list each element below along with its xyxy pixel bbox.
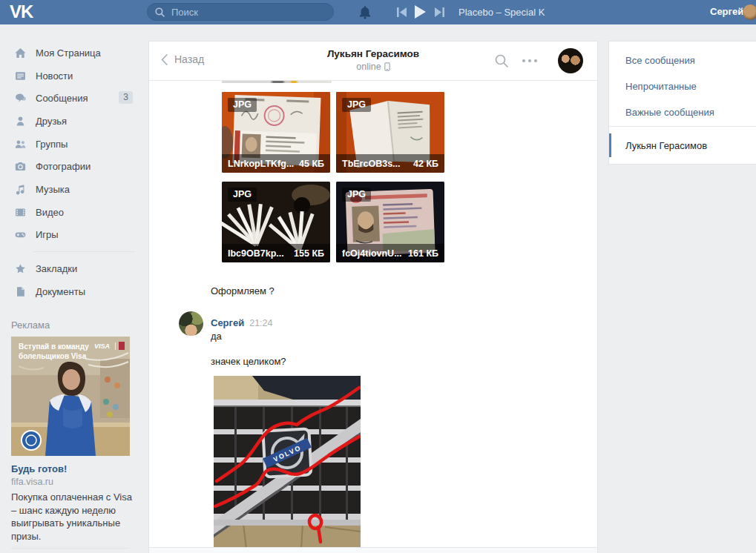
ad-title[interactable]: Будь готов!	[11, 463, 67, 474]
sidebar-item-friends[interactable]: Друзья	[0, 110, 142, 133]
dialog-title: Лукьян Герасимов	[149, 48, 597, 59]
attachment-tile[interactable]: JPG Ibc9OB7kp...155 КБ	[222, 182, 330, 262]
visa-logo: VISA	[94, 342, 110, 350]
ad-text: Покупка оплаченная с Visa – шанс каждую …	[11, 491, 137, 543]
topbar-user-name[interactable]: Сергей	[710, 6, 743, 17]
message-photo-volvo-grille[interactable]: VOLVO	[214, 376, 361, 548]
file-size: 161 КБ	[408, 248, 438, 259]
message-author-name[interactable]: Сергей	[211, 317, 244, 328]
file-type-chip: JPG	[342, 98, 371, 112]
message-author-row: Сергей21:24	[211, 317, 272, 328]
player-play-button[interactable]	[414, 5, 426, 19]
message-text: Оформляем ?	[211, 285, 275, 297]
ad-caption-line1: Вступай в команду	[19, 342, 89, 351]
document-icon	[15, 286, 26, 297]
sidebar-item-label: Группы	[36, 139, 68, 150]
filter-unread[interactable]: Непрочитанные	[609, 73, 756, 99]
dialog-actions-menu-icon[interactable]	[522, 59, 537, 62]
sidebar-item-label: Моя Страница	[36, 47, 101, 59]
ad-url: fifa.visa.ru	[11, 477, 53, 487]
photos-icon	[15, 161, 26, 172]
groups-icon	[15, 139, 26, 150]
file-name: LNrkopLTKfg...	[228, 159, 294, 169]
ad-caption-line2: болельщиков Visa	[19, 352, 87, 360]
ads-section-label: Реклама	[11, 319, 50, 331]
unread-count-badge: 3	[119, 91, 133, 104]
sidebar-item-messages[interactable]: Сообщения 3	[0, 87, 142, 110]
message-time: 21:24	[249, 318, 272, 328]
left-navigation: Моя Страница Новости Сообщения 3 Друзья …	[0, 42, 142, 303]
sidebar-item-news[interactable]: Новости	[0, 64, 142, 87]
active-dialog-name: Лукьян Герасимов	[625, 140, 707, 151]
filter-all-messages[interactable]: Все сообщения	[609, 47, 756, 73]
file-size: 42 КБ	[413, 159, 438, 169]
sidebar-item-label: Сообщения	[36, 93, 88, 104]
message-author-avatar[interactable]	[179, 311, 203, 336]
vk-logo[interactable]: VK	[10, 1, 33, 22]
friends-icon	[15, 116, 26, 127]
search-input[interactable]	[170, 6, 321, 19]
attachment-tile[interactable]: JPG TbErcOB3s...42 КБ	[336, 92, 444, 173]
player-next-button[interactable]	[434, 7, 444, 17]
video-icon	[15, 207, 26, 218]
file-name: TbErcOB3s...	[342, 159, 401, 169]
sidebar-item-label: Документы	[36, 286, 85, 297]
sidebar-item-label: Новости	[36, 70, 73, 82]
active-indicator-bar	[609, 133, 611, 157]
global-search[interactable]	[147, 3, 334, 21]
dialog-search-icon[interactable]	[495, 54, 508, 67]
sidebar-item-games[interactable]: Игры	[0, 224, 142, 247]
partial-scrolled-image	[222, 81, 332, 83]
mobile-phone-icon	[384, 62, 390, 71]
search-icon	[155, 7, 165, 17]
chat-header: Назад Лукьян Герасимов online	[149, 42, 597, 81]
messages-icon	[15, 93, 26, 104]
sidebar-item-label: Закладки	[36, 263, 77, 274]
sidebar-item-my-page[interactable]: Моя Страница	[0, 42, 142, 64]
sidebar-divider	[33, 251, 135, 252]
sidebar-item-bookmarks[interactable]: Закладки	[0, 257, 142, 280]
message-composer-edge	[149, 547, 597, 553]
chat-panel: Назад Лукьян Герасимов online	[148, 41, 598, 553]
file-size: 155 КБ	[294, 248, 324, 259]
topbar-user-avatar[interactable]	[743, 4, 756, 20]
ad-image[interactable]: Вступай в команду болельщиков Visa VISA	[11, 337, 130, 456]
news-icon	[15, 70, 26, 82]
sidebar-item-music[interactable]: Музыка	[0, 178, 142, 201]
music-icon	[15, 184, 26, 195]
filter-important[interactable]: Важные сообщения	[609, 99, 756, 125]
file-type-chip: JPG	[228, 188, 257, 202]
notifications-bell-icon[interactable]	[358, 5, 372, 19]
sidebar-item-label: Друзья	[36, 116, 67, 127]
sidebar-item-documents[interactable]: Документы	[0, 280, 142, 303]
sidebar-item-label: Видео	[36, 207, 64, 218]
sidebar-item-groups[interactable]: Группы	[0, 133, 142, 156]
file-name: fcOj4tiovnU...	[342, 248, 402, 259]
message-text: да	[211, 331, 222, 342]
sidebar-item-video[interactable]: Видео	[0, 201, 142, 224]
message-history[interactable]: JPG LNrkopLTKfg...45 КБ JPG TbErcOB3s...…	[149, 81, 597, 548]
now-playing-track[interactable]: Placebo – Special K	[458, 7, 545, 18]
file-type-chip: JPG	[342, 188, 371, 202]
sidebar-item-label: Игры	[36, 229, 59, 240]
sidebar-item-label: Фотографии	[36, 161, 91, 172]
message-text: значек целиком?	[211, 356, 286, 367]
sidebar-item-label: Музыка	[36, 184, 70, 195]
home-icon	[15, 47, 26, 59]
attachment-tile[interactable]: JPG fcOj4tiovnU...161 КБ	[336, 182, 444, 262]
top-bar: VK Placebo – Special K Сергей	[0, 0, 756, 24]
ad-divider	[11, 548, 130, 549]
star-icon	[15, 263, 26, 274]
online-status: online	[149, 62, 597, 72]
attachment-tile[interactable]: JPG LNrkopLTKfg...45 КБ	[222, 92, 330, 173]
file-type-chip: JPG	[228, 98, 257, 112]
player-previous-button[interactable]	[397, 7, 407, 17]
games-icon	[15, 229, 26, 240]
active-dialog-item[interactable]: Лукьян Герасимов	[609, 127, 756, 164]
dialog-avatar[interactable]	[558, 48, 583, 73]
dialogs-filter-panel: Все сообщения Непрочитанные Важные сообщ…	[608, 41, 756, 165]
file-name: Ibc9OB7kp...	[228, 248, 284, 259]
sidebar-item-photos[interactable]: Фотографии	[0, 155, 142, 178]
file-size: 45 КБ	[299, 159, 324, 169]
